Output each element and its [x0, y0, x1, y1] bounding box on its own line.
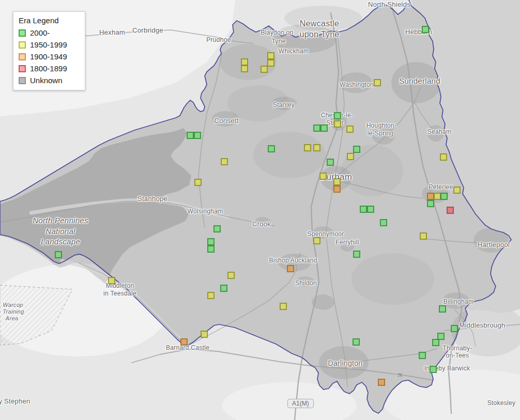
era-marker[interactable] — [360, 206, 367, 213]
legend-swatch-icon — [19, 29, 26, 37]
era-marker[interactable] — [427, 200, 434, 207]
legend-title: Era Legend — [19, 16, 80, 25]
era-marker[interactable] — [453, 186, 461, 194]
road-shield-a1m: A1(M) — [287, 399, 314, 408]
era-marker[interactable] — [320, 125, 328, 132]
era-marker[interactable] — [334, 120, 341, 128]
legend-item-label: 1900-1949 — [30, 52, 67, 61]
legend-item-label: 1800-1899 — [30, 64, 67, 73]
era-marker[interactable] — [313, 125, 320, 132]
legend-items: 2000-1950-19991900-19491800-1899Unknown — [19, 28, 80, 85]
era-marker[interactable] — [227, 272, 235, 279]
legend-swatch-icon — [19, 41, 26, 49]
era-marker[interactable] — [333, 178, 341, 185]
era-marker[interactable] — [220, 285, 227, 292]
era-marker[interactable] — [241, 65, 248, 72]
era-marker[interactable] — [194, 132, 201, 139]
era-marker[interactable] — [434, 193, 441, 200]
era-marker[interactable] — [432, 339, 439, 346]
era-marker[interactable] — [241, 58, 248, 66]
era-marker[interactable] — [378, 379, 385, 386]
era-marker[interactable] — [439, 305, 446, 313]
era-marker[interactable] — [346, 126, 354, 133]
era-marker[interactable] — [267, 52, 274, 59]
era-marker[interactable] — [451, 325, 458, 332]
era-marker[interactable] — [213, 225, 221, 232]
era-marker[interactable] — [267, 59, 274, 67]
era-marker[interactable] — [201, 331, 208, 338]
era-marker[interactable] — [319, 173, 327, 180]
legend-item: 1900-1949 — [19, 52, 80, 61]
era-marker[interactable] — [280, 303, 287, 310]
era-marker[interactable] — [353, 146, 360, 153]
era-marker[interactable] — [347, 153, 354, 160]
era-marker[interactable] — [313, 144, 320, 151]
era-marker[interactable] — [268, 145, 275, 152]
legend-item: 2000- — [19, 28, 80, 37]
era-legend: Era Legend 2000-1950-19991900-19491800-1… — [13, 11, 85, 90]
era-marker[interactable] — [447, 207, 454, 214]
era-marker[interactable] — [367, 206, 374, 213]
legend-swatch-icon — [19, 53, 26, 60]
era-marker[interactable] — [422, 26, 429, 33]
legend-item: 1800-1899 — [19, 64, 80, 73]
era-marker[interactable] — [420, 232, 427, 240]
era-marker[interactable] — [261, 66, 268, 73]
era-marker[interactable] — [440, 193, 448, 200]
era-marker[interactable] — [374, 79, 381, 86]
era-marker[interactable] — [430, 366, 437, 373]
era-marker[interactable] — [419, 352, 426, 359]
legend-item: Unknown — [19, 76, 80, 85]
legend-item-label: 2000- — [30, 28, 50, 37]
map-viewport[interactable]: North ShieldsNewcastleupon TyneHebburnHe… — [0, 0, 520, 420]
era-marker[interactable] — [207, 238, 215, 245]
era-marker[interactable] — [55, 251, 62, 258]
legend-item: 1950-1999 — [19, 40, 80, 49]
era-marker[interactable] — [313, 237, 320, 244]
era-marker[interactable] — [304, 144, 311, 151]
era-marker[interactable] — [108, 277, 115, 284]
era-marker[interactable] — [327, 159, 334, 166]
era-marker[interactable] — [187, 132, 194, 139]
era-marker[interactable] — [194, 179, 202, 186]
era-marker[interactable] — [207, 245, 215, 253]
legend-swatch-icon — [19, 65, 26, 72]
era-marker[interactable] — [353, 338, 360, 346]
era-marker[interactable] — [207, 292, 215, 299]
era-marker[interactable] — [440, 153, 447, 161]
era-marker[interactable] — [180, 338, 188, 346]
era-marker[interactable] — [287, 265, 294, 272]
legend-item-label: Unknown — [30, 76, 63, 85]
era-marker[interactable] — [353, 251, 360, 258]
era-marker[interactable] — [334, 112, 341, 119]
era-marker[interactable] — [380, 219, 387, 226]
legend-swatch-icon — [19, 77, 26, 84]
era-marker[interactable] — [221, 158, 228, 165]
era-marker[interactable] — [427, 193, 434, 200]
era-marker[interactable] — [333, 185, 341, 193]
legend-item-label: 1950-1999 — [30, 40, 67, 49]
